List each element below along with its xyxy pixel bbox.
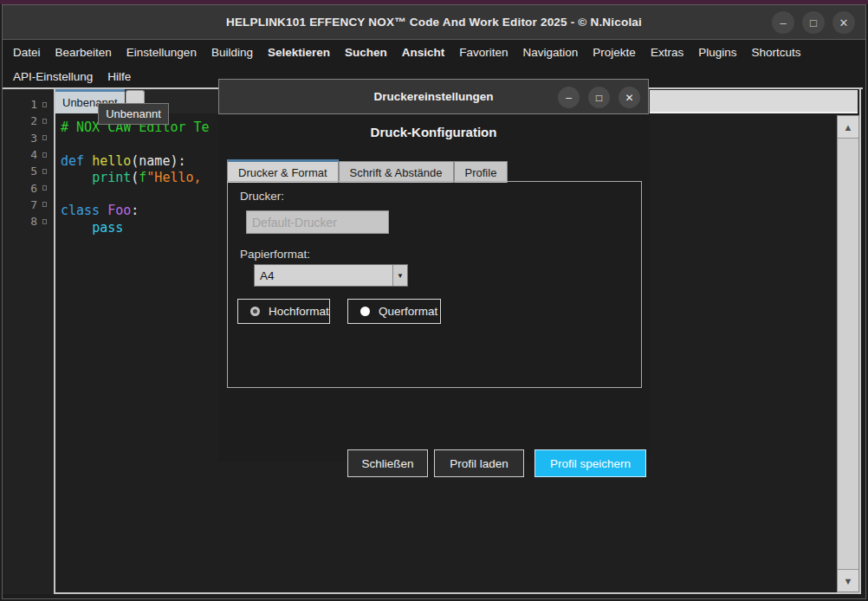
window-top-border (0, 0, 868, 4)
code-line: class Foo: (61, 203, 210, 219)
line-number-value: 7 (30, 198, 37, 211)
dialog-maximize-icon[interactable]: □ (588, 87, 610, 108)
menu-item-projekte[interactable]: Projekte (593, 46, 636, 59)
minimize-icon[interactable]: – (772, 11, 794, 34)
line-marker-icon (42, 202, 47, 207)
line-number: 8 (3, 213, 54, 229)
dialog-title: Druckereinstellungen (373, 90, 493, 103)
code-token-keyword: def (61, 153, 84, 169)
code-token-fstring: f (139, 170, 146, 185)
code-token-classname: Foo (107, 203, 131, 218)
dialog-titlebar[interactable]: Druckereinstellungen – □ ✕ (218, 79, 649, 114)
dialog-body: Druck-Konfiguration Drucker & FormatSchr… (218, 114, 649, 462)
dialog-heading: Druck-Konfiguration (218, 125, 649, 139)
line-number-value: 4 (30, 148, 37, 161)
dialog-tab-profile[interactable]: Profile (454, 161, 508, 183)
code-token-builtin: print (92, 170, 131, 185)
line-number: 1 (3, 96, 54, 113)
scroll-up-icon[interactable]: ▲ (838, 116, 858, 139)
dialog-tabs: Drucker & FormatSchrift & AbständeProfil… (227, 159, 508, 183)
dialog-close-icon[interactable]: ✕ (619, 87, 640, 108)
line-number: 3 (3, 130, 54, 146)
code-token-string: "Hello, (146, 170, 209, 185)
printer-input[interactable]: Default-Drucker (246, 210, 389, 234)
tab-tooltip: Unbenannt (98, 103, 169, 125)
line-marker-icon (42, 169, 47, 174)
code-token-func: hello (92, 153, 131, 169)
line-number-value: 6 (30, 182, 37, 195)
scroll-down-icon[interactable]: ▼ (838, 569, 858, 591)
radio-label: Hochformat (269, 305, 329, 318)
code-token-passkw: pass (92, 220, 123, 236)
paper-format-select[interactable]: A4 ▼ (254, 264, 408, 287)
line-marker-icon (42, 219, 47, 224)
radio-label: Querformat (379, 305, 437, 318)
line-number-value: 5 (30, 165, 37, 178)
line-number-gutter: 12345678 (3, 89, 54, 594)
maximize-icon[interactable]: □ (802, 11, 825, 34)
line-number-value: 2 (30, 114, 37, 127)
radio-querformat[interactable]: Querformat (347, 299, 441, 324)
vertical-scrollbar[interactable]: ▲ ▼ (837, 115, 859, 592)
radio-icon[interactable] (360, 307, 370, 316)
menu-item-plugins[interactable]: Plugins (698, 46, 736, 59)
line-marker-icon (42, 119, 47, 124)
dialog-tab-drucker-format[interactable]: Drucker & Format (227, 159, 339, 183)
line-marker-icon (42, 185, 47, 191)
menu-item-bearbeiten[interactable]: Bearbeiten (55, 46, 112, 59)
menu-item-building[interactable]: Building (211, 46, 253, 59)
menu-item-suchen[interactable]: Suchen (345, 46, 387, 59)
code-editor-text[interactable]: # NOX CAW Editor Te def hello(name): pri… (61, 120, 210, 236)
paper-format-value: A4 (255, 265, 392, 286)
save-profile-button[interactable]: Profil speichern (534, 449, 646, 477)
code-token-plain (61, 170, 92, 185)
line-marker-icon (42, 135, 47, 140)
printer-settings-dialog: Druckereinstellungen – □ ✕ Druck-Konfigu… (218, 79, 649, 462)
load-profile-button[interactable]: Profil laden (434, 449, 524, 477)
dialog-tab-schrift-abst-nde[interactable]: Schrift & Abstände (339, 161, 454, 183)
code-token-plain (84, 153, 92, 169)
app-title: HELPLINK101 EFFENCY NOX™ Code And Work E… (226, 16, 642, 29)
code-line: print(f"Hello, (61, 170, 210, 186)
menu-item-favoriten[interactable]: Favoriten (459, 46, 508, 59)
line-number-value: 1 (30, 98, 37, 111)
menu-item-shortcuts[interactable]: Shortcuts (751, 46, 800, 59)
line-marker-icon (42, 102, 47, 107)
dialog-tab-panel: Drucker: Default-Drucker Papierformat: A… (227, 181, 642, 388)
menu-item-datei[interactable]: Datei (13, 46, 41, 59)
tabbar-filler (650, 90, 858, 113)
line-number: 7 (3, 197, 54, 213)
app-window: HELPLINK101 EFFENCY NOX™ Code And Work E… (0, 0, 868, 601)
chevron-down-icon[interactable]: ▼ (392, 265, 407, 286)
code-line: def hello(name): (61, 153, 210, 170)
line-number-value: 8 (30, 215, 37, 228)
menu-item-navigation[interactable]: Navigation (523, 46, 579, 59)
line-marker-icon (42, 152, 47, 158)
printer-label: Drucker: (240, 190, 284, 203)
dialog-minimize-icon[interactable]: – (558, 87, 580, 108)
paper-format-label: Papierformat: (240, 248, 310, 261)
menu-item-ansicht[interactable]: Ansicht (402, 46, 445, 59)
menu-item-api-einstellung[interactable]: API-Einstellung (13, 70, 93, 83)
close-icon[interactable]: ✕ (832, 11, 855, 34)
menu-item-einstellungen[interactable]: Einstellungen (126, 46, 197, 59)
code-token-plain (61, 220, 92, 236)
code-token-plain: (name): (131, 153, 185, 169)
line-number-value: 3 (30, 132, 37, 145)
code-token-plain (100, 203, 107, 218)
dialog-controls: – □ ✕ (558, 87, 640, 108)
menu-item-hilfe[interactable]: Hilfe (107, 70, 131, 83)
line-number: 5 (3, 163, 54, 179)
window-titlebar[interactable]: HELPLINK101 EFFENCY NOX™ Code And Work E… (3, 5, 865, 40)
code-line (61, 136, 210, 152)
radio-hochformat[interactable]: Hochformat (237, 299, 330, 324)
line-number: 2 (3, 113, 54, 129)
code-line: pass (61, 220, 210, 236)
menu-item-selektieren[interactable]: Selektieren (268, 46, 330, 59)
radio-icon[interactable] (250, 307, 260, 316)
menu-item-extras[interactable]: Extras (651, 46, 683, 59)
close-dialog-button[interactable]: Schließen (347, 449, 428, 477)
code-token-plain: : (131, 203, 139, 218)
code-token-keyword: class (61, 203, 100, 218)
code-token-plain: ( (131, 170, 139, 185)
